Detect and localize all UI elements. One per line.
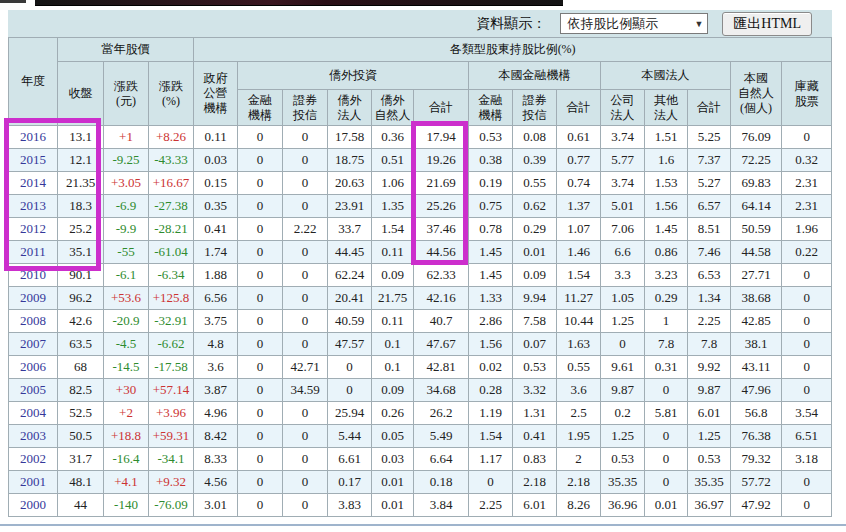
value-cell: 0.41	[194, 218, 238, 241]
value-cell: 0	[469, 471, 513, 494]
value-cell: 0	[238, 471, 283, 494]
value-cell: 0.61	[557, 126, 601, 149]
value-cell: 3.87	[194, 379, 238, 402]
value-cell: 0.09	[513, 264, 557, 287]
value-cell: 9.92	[688, 356, 731, 379]
table-row: 200996.2+53.6+125.86.560020.4121.7542.16…	[9, 287, 832, 310]
value-cell: +3.05	[104, 172, 149, 195]
value-cell: 3.74	[601, 126, 645, 149]
value-cell: 6.01	[513, 494, 557, 517]
value-cell: 0	[238, 126, 283, 149]
value-cell: 0.55	[513, 172, 557, 195]
value-cell: 25.26	[414, 195, 469, 218]
value-cell: 0.78	[469, 218, 513, 241]
value-cell: 1.95	[557, 425, 601, 448]
value-cell: 96.2	[58, 287, 104, 310]
value-cell: 42.6	[58, 310, 104, 333]
value-cell: 1.53	[645, 172, 688, 195]
value-cell: 0	[238, 356, 283, 379]
value-cell: 0.55	[557, 356, 601, 379]
value-cell: 5.27	[688, 172, 731, 195]
value-cell: 0	[782, 471, 832, 494]
col-group-ratio: 各類型股東持股比例(%)	[194, 38, 832, 62]
year-cell: 2013	[9, 195, 58, 218]
value-cell: 8.42	[194, 425, 238, 448]
value-cell: 3.84	[414, 494, 469, 517]
value-cell: +1	[104, 126, 149, 149]
value-cell: 0.01	[645, 494, 688, 517]
value-cell: 50.59	[731, 218, 782, 241]
value-cell: 0.02	[469, 356, 513, 379]
value-cell: 0	[782, 379, 832, 402]
value-cell: 0.22	[782, 241, 832, 264]
value-cell: 3.3	[601, 264, 645, 287]
col-header: 僑外 自然人	[372, 90, 414, 126]
value-cell: 9.87	[601, 379, 645, 402]
value-cell: 0	[645, 471, 688, 494]
col-header: 金融 機構	[469, 90, 513, 126]
value-cell: 21.35	[58, 172, 104, 195]
value-cell: -20.9	[104, 310, 149, 333]
table-row: 200148.1+4.1+9.324.56000.170.010.1802.18…	[9, 471, 832, 494]
value-cell: 1.06	[372, 172, 414, 195]
value-cell: 48.1	[58, 471, 104, 494]
value-cell: -28.21	[149, 218, 194, 241]
value-cell: 25.94	[328, 402, 372, 425]
value-cell: 0.1	[372, 356, 414, 379]
value-cell: 0	[283, 333, 328, 356]
value-cell: 27.71	[731, 264, 782, 287]
value-cell: 23.91	[328, 195, 372, 218]
value-cell: 8.33	[194, 448, 238, 471]
value-cell: 0	[283, 494, 328, 517]
value-cell: 44.45	[328, 241, 372, 264]
value-cell: 13.1	[58, 126, 104, 149]
value-cell: 0	[782, 494, 832, 517]
value-cell: 0	[283, 287, 328, 310]
value-cell: 47.96	[731, 379, 782, 402]
value-cell: -14.5	[104, 356, 149, 379]
value-cell: 0.07	[513, 333, 557, 356]
value-cell: 0.38	[469, 149, 513, 172]
value-cell: 0.1	[372, 333, 414, 356]
cropped-top-graphic	[35, 0, 563, 6]
col-header: 合計	[557, 90, 601, 126]
table-row: 201318.3-6.9-27.380.350023.911.3525.260.…	[9, 195, 832, 218]
display-mode-selected-value: 依持股比例顯示	[567, 15, 658, 33]
value-cell: 6.01	[688, 402, 731, 425]
value-cell: 0	[238, 195, 283, 218]
value-cell: 52.5	[58, 402, 104, 425]
value-cell: 26.2	[414, 402, 469, 425]
value-cell: 0.11	[372, 310, 414, 333]
value-cell: -6.34	[149, 264, 194, 287]
value-cell: -76.09	[149, 494, 194, 517]
value-cell: 0.09	[372, 379, 414, 402]
value-cell: 1.35	[372, 195, 414, 218]
value-cell: 0.19	[469, 172, 513, 195]
shareholding-table: 年度 當年股價 各類型股東持股比例(%) 收盤 漲跌 (元) 漲跌 (%) 政府…	[8, 37, 832, 517]
value-cell: 0	[283, 425, 328, 448]
value-cell: 0	[283, 402, 328, 425]
value-cell: 42.85	[731, 310, 782, 333]
value-cell: 11.27	[557, 287, 601, 310]
value-cell: 0.77	[557, 149, 601, 172]
value-cell: 1	[645, 310, 688, 333]
value-cell: 5.49	[414, 425, 469, 448]
value-cell: 0.35	[194, 195, 238, 218]
table-row: 200842.6-20.9-32.913.750040.590.1140.72.…	[9, 310, 832, 333]
value-cell: 47.57	[328, 333, 372, 356]
value-cell: 7.8	[645, 333, 688, 356]
col-header: 僑外 法人	[328, 90, 372, 126]
value-cell: 6.61	[328, 448, 372, 471]
value-cell: 0.01	[513, 241, 557, 264]
value-cell: 1.05	[601, 287, 645, 310]
value-cell: 0.53	[601, 448, 645, 471]
value-cell: 6.51	[782, 425, 832, 448]
value-cell: 5.77	[601, 149, 645, 172]
value-cell: 0	[782, 333, 832, 356]
value-cell: 0	[238, 379, 283, 402]
table-row: 201421.35+3.05+16.670.150020.631.0621.69…	[9, 172, 832, 195]
display-mode-select[interactable]: 依持股比例顯示 ▼	[560, 13, 708, 34]
col-header-treasury: 庫藏 股票	[782, 62, 832, 126]
value-cell: 3.54	[782, 402, 832, 425]
export-html-button[interactable]: 匯出HTML	[722, 12, 812, 36]
